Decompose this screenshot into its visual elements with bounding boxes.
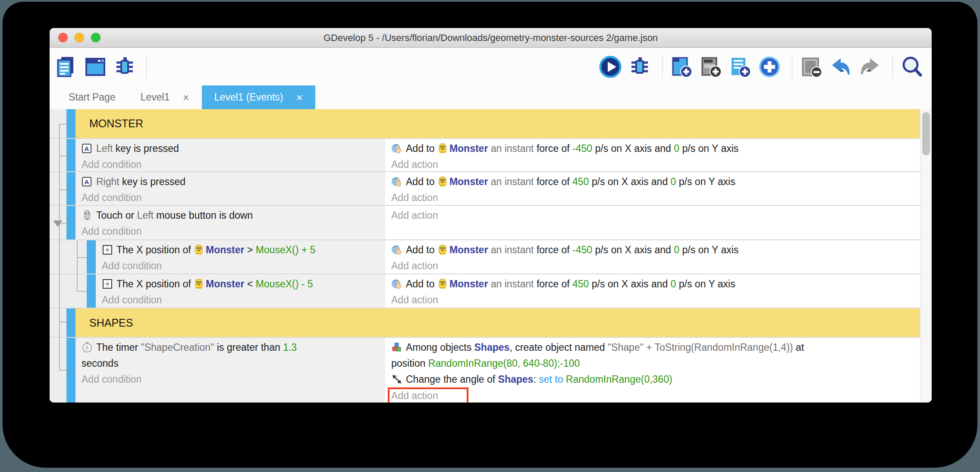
vertical-scrollbar[interactable] [920,109,932,403]
add-condition-button[interactable]: Add condition [82,226,141,237]
condition-sentence[interactable]: ARight key is pressed [82,174,382,190]
debug-button[interactable] [114,55,138,79]
event-row[interactable]: Touch or Left mouse button is downAdd co… [50,206,920,240]
redo-icon [858,55,882,79]
event-selection-bar[interactable] [87,274,96,308]
tab-level1-events-[interactable]: Level1 (Events)× [202,85,315,109]
event-selection-bar[interactable] [66,308,75,337]
add-action-button[interactable]: Add action [391,294,438,305]
project-manager-button[interactable] [56,55,80,79]
group-header[interactable]: SHAPES [50,308,920,338]
group-label: SHAPES [75,308,920,337]
action-sentence[interactable]: Among objects Shapes, create object name… [391,340,917,371]
timer-icon [82,340,93,356]
event-row[interactable]: The X position of Monster < MouseX() - 5… [50,274,920,308]
event-selection-bar[interactable] [66,206,75,239]
condition-sentence[interactable]: Touch or Left mouse button is down [82,208,382,223]
action-sentence[interactable]: Add to Monster an instant force of 450 p… [391,276,917,292]
monster-icon [195,242,203,258]
event-blocks: MONSTERALeft key is pressedAdd condition… [50,109,920,403]
event-row[interactable]: ARight key is pressedAdd conditionAdd to… [50,172,920,206]
svg-text:A: A [85,145,89,152]
event-selection-bar[interactable] [66,109,75,138]
actions-column: Among objects Shapes, create object name… [386,338,920,403]
event-selection-bar[interactable] [87,240,96,274]
toolbar-right-group [600,55,926,79]
event-selection-bar[interactable] [66,172,75,205]
toolbar-separator [892,56,893,78]
add-action-button[interactable]: Add action [391,159,438,170]
collapse-triangle-icon[interactable] [53,220,63,227]
action-sentence[interactable]: Add to Monster an instant force of 450 p… [391,174,917,190]
debug-button[interactable] [629,55,653,79]
add-event-button[interactable] [671,55,695,79]
add-action-button[interactable]: Add action [391,192,438,203]
tab-label: Start Page [69,91,116,103]
app-window: GDevelop 5 - /Users/florian/Downloads/ge… [50,28,932,403]
force-icon [391,242,402,258]
add-condition-button[interactable]: Add condition [102,294,162,305]
traffic-lights [58,33,101,42]
remove-event-button[interactable] [801,55,825,79]
events-sheet: MONSTERALeft key is pressedAdd condition… [50,109,932,403]
svg-text:A: A [85,178,89,186]
minimize-window-button[interactable] [75,33,84,42]
add-circle-icon [757,55,782,79]
close-window-button[interactable] [58,33,68,42]
event-gutter [50,172,66,205]
redo-button[interactable] [860,55,884,79]
add-action-button[interactable]: Add action [388,387,468,403]
action-sentence[interactable]: Change the angle of Shapes: set to Rando… [391,371,917,387]
event-selection-bar[interactable] [66,338,75,403]
condition-sentence[interactable]: The X position of Monster < MouseX() - 5 [102,276,382,292]
maximize-window-button[interactable] [91,33,101,42]
event-row[interactable]: ALeft key is pressedAdd conditionAdd to … [50,139,920,172]
scene-editor-icon [83,55,107,79]
add-condition-button[interactable]: Add condition [82,374,141,385]
conditions-column: ALeft key is pressedAdd condition [75,139,386,171]
screenshot-canvas: GDevelop 5 - /Users/florian/Downloads/ge… [0,0,980,472]
condition-sentence[interactable]: The X position of Monster > MouseX() + 5 [102,242,382,258]
add-condition-button[interactable]: Add condition [82,192,141,203]
keyboard-icon: A [82,141,93,157]
tab-label: Level1 (Events) [214,91,283,103]
add-comment-icon [728,55,752,79]
action-sentence[interactable]: Add to Monster an instant force of -450 … [391,141,917,157]
monster-icon [438,141,447,157]
force-icon [391,141,402,157]
toolbar-left-group [56,55,138,79]
actions-column: Add to Monster an instant force of 450 p… [386,274,920,308]
group-header[interactable]: MONSTER [50,109,920,139]
close-tab-icon[interactable]: × [296,92,302,103]
add-condition-button[interactable]: Add condition [102,260,162,271]
event-selection-bar[interactable] [66,139,75,171]
add-circle-button[interactable] [759,55,783,79]
event-gutter [50,109,66,138]
event-row[interactable]: The X position of Monster > MouseX() + 5… [50,240,920,274]
add-subevent-button[interactable] [700,55,725,79]
event-row[interactable]: The timer "ShapeCreation" is greater tha… [50,338,920,403]
add-comment-button[interactable] [730,55,754,79]
undo-button[interactable] [830,55,854,79]
scrollbar-thumb[interactable] [922,112,930,155]
play-button[interactable] [600,55,624,79]
conditions-column: The X position of Monster > MouseX() + 5… [96,240,386,274]
toolbar-separator [146,56,147,78]
keyboard-icon: A [82,174,93,190]
search-button[interactable] [901,55,926,79]
actions-column: Add to Monster an instant force of -450 … [386,240,920,274]
action-sentence[interactable]: Add to Monster an instant force of -450 … [391,242,917,258]
condition-sentence[interactable]: The timer "ShapeCreation" is greater tha… [82,340,382,371]
tab-level1[interactable]: Level1× [128,85,202,109]
remove-event-icon [799,55,823,79]
scene-editor-button[interactable] [85,55,109,79]
create-icon [391,340,402,356]
close-tab-icon[interactable]: × [182,92,189,103]
add-action-button[interactable]: Add action [391,260,438,271]
add-action-button[interactable]: Add action [391,210,438,221]
condition-sentence[interactable]: ALeft key is pressed [82,141,382,157]
monster-icon [438,174,447,190]
add-condition-button[interactable]: Add condition [82,159,141,170]
tab-start-page[interactable]: Start Page [56,85,128,109]
monster-icon [438,242,447,258]
